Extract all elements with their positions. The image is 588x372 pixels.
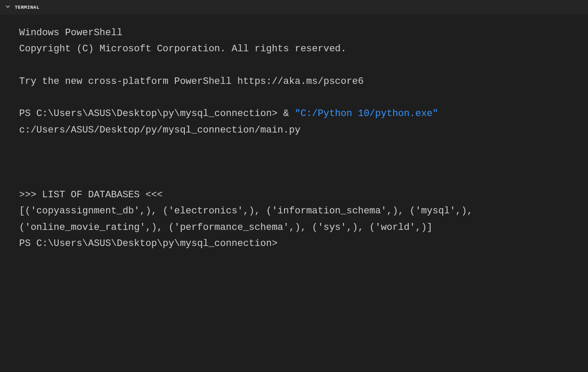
terminal-panel-header[interactable]: TERMINAL	[0, 0, 588, 15]
output-databases-header: >>> LIST OF DATABASES <<<	[19, 189, 163, 200]
terminal-body[interactable]: Windows PowerShell Copyright (C) Microso…	[0, 15, 588, 372]
powershell-copyright: Copyright (C) Microsoft Corporation. All…	[19, 43, 347, 54]
python-executable-path: "C:/Python 10/python.exe"	[295, 108, 438, 119]
chevron-down-icon	[4, 3, 11, 12]
ps-prompt-2: PS C:\Users\ASUS\Desktop\py\mysql_connec…	[19, 238, 283, 249]
blank-line	[19, 90, 579, 106]
terminal-panel-title: TERMINAL	[15, 5, 40, 10]
powershell-try-message: Try the new cross-platform PowerShell ht…	[19, 76, 364, 87]
ps-prompt-1: PS C:\Users\ASUS\Desktop\py\mysql_connec…	[19, 108, 295, 119]
blank-line	[19, 57, 579, 73]
powershell-header: Windows PowerShell	[19, 27, 123, 38]
output-databases-list: [('copyassignment_db',), ('electronics',…	[19, 206, 478, 232]
blank-lines	[19, 138, 579, 187]
terminal-content[interactable]: Windows PowerShell Copyright (C) Microso…	[19, 25, 579, 252]
